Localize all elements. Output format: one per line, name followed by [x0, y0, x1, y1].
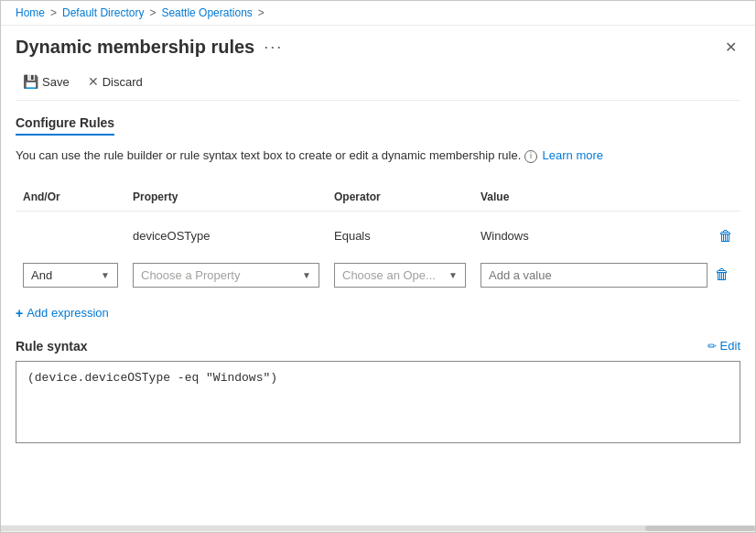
- scrollbar-track: [1, 526, 755, 531]
- rule-syntax-box: (device.deviceOSType -eq "Windows"): [16, 361, 740, 443]
- static-andor: [16, 233, 125, 240]
- operator-placeholder: Choose an Ope...: [342, 268, 436, 282]
- breadcrumb: Home > Default Directory > Seattle Opera…: [1, 1, 755, 26]
- rule-syntax-section: Rule syntax ✏ Edit (device.deviceOSType …: [16, 339, 740, 443]
- input-value-cell: [473, 263, 707, 288]
- save-icon: 💾: [23, 74, 38, 89]
- header-operator: Operator: [327, 187, 473, 207]
- main-content: Configure Rules You can use the rule bui…: [1, 101, 755, 525]
- save-button[interactable]: 💾 Save: [16, 71, 77, 92]
- edit-button[interactable]: ✏ Edit: [707, 339, 740, 353]
- property-placeholder: Choose a Property: [141, 268, 240, 282]
- horizontal-scrollbar[interactable]: [1, 525, 755, 532]
- delete-row-button[interactable]: 🗑: [715, 224, 737, 248]
- close-button[interactable]: ✕: [721, 35, 740, 60]
- title-left: Dynamic membership rules ···: [16, 37, 283, 58]
- breadcrumb-home[interactable]: Home: [16, 6, 45, 19]
- table-header: And/Or Property Operator Value: [16, 183, 740, 212]
- page-title: Dynamic membership rules: [16, 37, 254, 58]
- rule-syntax-content: (device.deviceOSType -eq "Windows"): [27, 371, 277, 385]
- info-icon: i: [524, 150, 537, 163]
- breadcrumb-sep-3: >: [258, 6, 265, 19]
- add-expression-button[interactable]: + Add expression: [16, 302, 740, 324]
- discard-label: Discard: [103, 75, 143, 89]
- title-bar: Dynamic membership rules ··· ✕: [1, 26, 755, 67]
- scrollbar-thumb: [645, 526, 755, 531]
- header-and-or: And/Or: [16, 187, 125, 207]
- save-label: Save: [42, 75, 70, 89]
- andor-dropdown[interactable]: And ▼: [23, 263, 118, 288]
- input-operator-cell: Choose an Ope... ▼: [327, 263, 473, 288]
- static-property: deviceOSType: [125, 225, 327, 246]
- description: You can use the rule builder or rule syn…: [16, 147, 740, 165]
- operator-dropdown[interactable]: Choose an Ope... ▼: [334, 263, 466, 288]
- property-dropdown[interactable]: Choose a Property ▼: [133, 263, 319, 288]
- discard-button[interactable]: ✕ Discard: [81, 71, 150, 92]
- operator-dropdown-arrow: ▼: [448, 270, 458, 280]
- static-operator: Equals: [327, 225, 473, 246]
- rule-table: And/Or Property Operator Value deviceOST…: [16, 183, 740, 291]
- main-window: Home > Default Directory > Seattle Opera…: [0, 0, 756, 533]
- header-value: Value: [473, 187, 707, 207]
- delete-input-row-button[interactable]: 🗑: [711, 263, 733, 287]
- static-delete: 🗑: [707, 221, 740, 252]
- section-title: Configure Rules: [16, 115, 740, 147]
- breadcrumb-sep-2: >: [149, 6, 156, 19]
- toolbar: 💾 Save ✕ Discard: [1, 67, 755, 100]
- andor-value: And: [31, 268, 52, 282]
- andor-dropdown-arrow: ▼: [101, 270, 110, 280]
- configure-rules-title: Configure Rules: [16, 115, 114, 136]
- discard-icon: ✕: [88, 74, 99, 89]
- value-input[interactable]: [481, 263, 707, 288]
- more-options-icon[interactable]: ···: [264, 38, 283, 57]
- input-delete-cell: 🗑: [707, 263, 740, 287]
- breadcrumb-default-directory[interactable]: Default Directory: [62, 6, 144, 19]
- breadcrumb-sep-1: >: [50, 6, 57, 19]
- header-property: Property: [125, 187, 327, 207]
- header-actions: [707, 187, 740, 207]
- edit-icon: ✏: [707, 340, 717, 353]
- static-value: Windows: [473, 225, 707, 246]
- rule-syntax-title: Rule syntax: [16, 339, 88, 354]
- learn-more-link[interactable]: Learn more: [543, 148, 603, 162]
- edit-label: Edit: [720, 339, 740, 353]
- rule-syntax-header: Rule syntax ✏ Edit: [16, 339, 740, 354]
- input-property-cell: Choose a Property ▼: [125, 263, 327, 288]
- table-row-static: deviceOSType Equals Windows 🗑: [16, 217, 740, 256]
- input-andor-cell: And ▼: [16, 263, 125, 288]
- add-icon: +: [16, 306, 23, 321]
- add-expression-label: Add expression: [27, 306, 109, 320]
- property-dropdown-arrow: ▼: [302, 270, 311, 280]
- table-row-input: And ▼ Choose a Property ▼ Choose an Ope.…: [16, 259, 740, 291]
- breadcrumb-seattle-operations[interactable]: Seattle Operations: [161, 6, 252, 19]
